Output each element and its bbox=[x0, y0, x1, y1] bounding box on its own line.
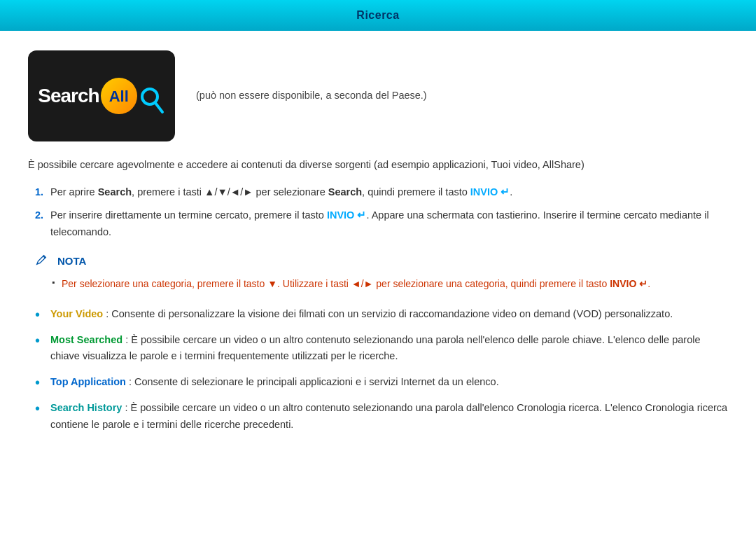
step-2-invio: INVIO ↵ bbox=[327, 209, 367, 221]
steps-list: 1. Per aprire Search, premere i tasti ▲/… bbox=[28, 184, 728, 240]
nota-bullet-item: Per selezionare una categoria, premere i… bbox=[52, 276, 728, 291]
step-1-search2: Search bbox=[328, 186, 362, 198]
top-application-text: : Consente di selezionare le principali … bbox=[126, 376, 499, 387]
intro-text: È possibile cercare agevolmente e accede… bbox=[28, 157, 728, 173]
step-1-invio: INVIO ↵ bbox=[470, 186, 510, 198]
main-content: Search All (può non essere disponibile, … bbox=[0, 50, 756, 471]
step-1-search1: Search bbox=[98, 186, 132, 198]
your-video-label: Your Video bbox=[50, 308, 103, 319]
availability-text: (può non essere disponibile, a seconda d… bbox=[196, 88, 427, 104]
step-1: 1. Per aprire Search, premere i tasti ▲/… bbox=[35, 184, 728, 200]
your-video-text: : Consente di personalizzare la visione … bbox=[103, 308, 673, 319]
nota-item-text: Per selezionare una categoria, premere i… bbox=[62, 278, 650, 289]
search-history-label: Search History bbox=[50, 402, 122, 413]
top-application-label: Top Application bbox=[50, 376, 126, 387]
nota-invio: INVIO ↵ bbox=[610, 278, 648, 289]
nota-content: Per selezionare una categoria, premere i… bbox=[35, 276, 728, 291]
svg-line-1 bbox=[155, 103, 162, 112]
features-list: Your Video : Consente di personalizzare … bbox=[28, 306, 728, 433]
top-section: Search All (può non essere disponibile, … bbox=[28, 50, 728, 141]
step-2: 2. Per inserire direttamente un termine … bbox=[35, 207, 728, 240]
feature-search-history: Search History : È possibile cercare un … bbox=[35, 400, 728, 432]
header-title: Ricerca bbox=[356, 9, 399, 21]
logo-all-text: All bbox=[109, 85, 129, 108]
most-searched-label: Most Searched bbox=[50, 334, 122, 345]
pencil-icon bbox=[35, 254, 48, 271]
feature-your-video: Your Video : Consente di personalizzare … bbox=[35, 306, 728, 322]
nota-header-row: NOTA bbox=[35, 253, 728, 271]
step-1-num: 1. bbox=[35, 184, 43, 200]
magnifier-icon bbox=[139, 85, 165, 120]
step-2-num: 2. bbox=[35, 207, 43, 223]
logo-all-circle: All bbox=[101, 78, 137, 114]
search-history-text: : È possibile cercare un video o un altr… bbox=[50, 402, 727, 429]
nota-section: NOTA Per selezionare una categoria, prem… bbox=[28, 253, 728, 292]
logo-search-text: Search bbox=[38, 81, 99, 111]
logo-box: Search All bbox=[28, 50, 175, 141]
feature-top-application: Top Application : Consente di selezionar… bbox=[35, 374, 728, 390]
feature-most-searched: Most Searched : È possibile cercare un v… bbox=[35, 332, 728, 364]
logo-inner: Search All bbox=[38, 73, 164, 120]
nota-container: NOTA Per selezionare una categoria, prem… bbox=[35, 253, 728, 292]
nota-label: NOTA bbox=[57, 254, 86, 270]
most-searched-text: : È possibile cercare un video o un altr… bbox=[50, 334, 701, 361]
page-header: Ricerca bbox=[0, 0, 756, 31]
